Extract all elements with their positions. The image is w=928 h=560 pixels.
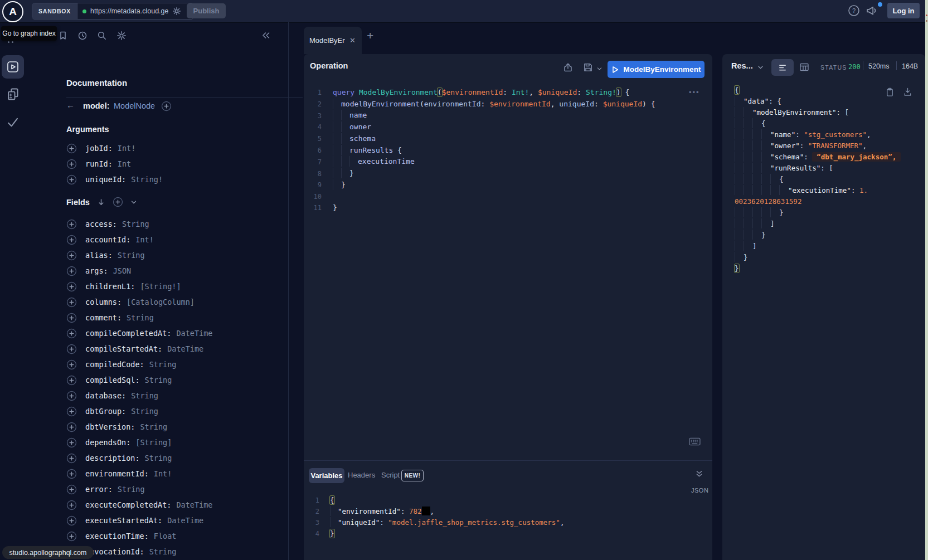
table-view-icon[interactable] xyxy=(799,62,809,72)
field-type-link[interactable]: String xyxy=(122,220,149,228)
field-type-link[interactable]: Int! xyxy=(118,144,136,153)
close-tab-icon[interactable]: ✕ xyxy=(349,37,356,44)
add-to-query-button[interactable] xyxy=(66,219,77,230)
tab-headers[interactable]: Headers xyxy=(348,471,375,479)
field-type-link[interactable]: JSON xyxy=(113,266,132,275)
field-name[interactable]: jobId: xyxy=(85,144,113,153)
response-title[interactable]: Res... xyxy=(731,61,753,70)
add-to-query-button[interactable] xyxy=(66,437,77,448)
add-to-query-button[interactable] xyxy=(66,235,77,245)
field-name[interactable]: executeStartedAt: xyxy=(85,516,162,525)
field-type-link[interactable]: Int xyxy=(118,159,131,168)
field-name[interactable]: comment: xyxy=(85,313,122,322)
field-name[interactable]: dbtVersion: xyxy=(85,422,135,431)
publish-button[interactable]: Publish xyxy=(187,3,226,18)
endpoint-url-field[interactable]: https://metadata.cloud.get xyxy=(77,3,193,19)
add-to-query-button[interactable] xyxy=(66,391,77,401)
sidebar-item-schema[interactable] xyxy=(7,87,20,101)
field-name[interactable]: compileCompletedAt: xyxy=(85,329,171,338)
connection-settings-gear-icon[interactable] xyxy=(172,7,181,16)
tab-operation[interactable]: ModelByEnvi... ✕ xyxy=(304,27,362,54)
response-raw-view-toggle[interactable] xyxy=(771,59,794,76)
field-type-link[interactable]: [String] xyxy=(135,438,172,447)
add-to-query-button[interactable] xyxy=(66,500,77,510)
field-name[interactable]: accountId: xyxy=(85,235,130,244)
field-type-link[interactable]: Float xyxy=(154,532,177,540)
field-type-link[interactable]: DateTime xyxy=(176,329,212,338)
help-icon[interactable]: ? xyxy=(847,4,861,17)
field-name[interactable]: dependsOn: xyxy=(85,438,130,447)
run-operation-button[interactable]: ModelByEnvironment xyxy=(608,61,704,78)
add-to-query-button[interactable] xyxy=(66,250,77,261)
field-name[interactable]: compiledCode: xyxy=(85,360,144,369)
collapse-variables-chevrons-icon[interactable] xyxy=(694,470,704,478)
save-icon[interactable] xyxy=(583,62,593,72)
add-to-query-button[interactable] xyxy=(66,328,77,339)
field-name[interactable]: description: xyxy=(85,454,140,462)
announcements-megaphone-icon[interactable] xyxy=(866,4,879,17)
sidebar-item-explorer[interactable] xyxy=(2,55,24,79)
add-to-query-button[interactable] xyxy=(66,469,77,479)
field-type-link[interactable]: Int! xyxy=(135,235,154,244)
add-to-query-button[interactable] xyxy=(66,266,77,276)
field-type-link[interactable]: DateTime xyxy=(167,344,203,353)
field-name[interactable]: executeCompletedAt: xyxy=(85,500,171,509)
graphql-editor[interactable]: 1query ModelByEnvironment($environmentId… xyxy=(304,87,705,214)
add-to-query-button[interactable] xyxy=(66,422,77,432)
field-name[interactable]: compileStartedAt: xyxy=(85,344,162,353)
field-type-link[interactable]: String xyxy=(118,251,145,260)
field-name[interactable]: childrenL1: xyxy=(85,282,135,291)
sort-arrow-down-icon[interactable] xyxy=(97,198,105,207)
add-to-query-button[interactable] xyxy=(66,174,77,185)
graph-index-icon[interactable] xyxy=(8,41,13,43)
field-name[interactable]: dbtGroup: xyxy=(85,407,126,416)
field-type-link[interactable]: String xyxy=(140,422,167,431)
add-to-query-button[interactable] xyxy=(66,281,77,292)
apollo-logo[interactable]: A xyxy=(2,1,23,22)
field-type-link[interactable]: DateTime xyxy=(167,516,203,525)
field-type-link[interactable]: String xyxy=(145,376,172,384)
field-name[interactable]: database: xyxy=(85,391,126,400)
field-type-link[interactable]: String xyxy=(149,547,177,556)
tab-variables[interactable]: Variables xyxy=(309,468,344,483)
sidebar-item-checks[interactable] xyxy=(7,116,19,128)
field-type-link[interactable]: String xyxy=(127,313,154,322)
save-menu-chevron-icon[interactable] xyxy=(596,66,603,72)
field-type-link[interactable]: DateTime xyxy=(176,500,212,509)
share-icon[interactable] xyxy=(563,62,573,72)
chevron-down-icon[interactable] xyxy=(130,199,137,206)
add-to-query-button[interactable] xyxy=(66,344,77,354)
field-type-link[interactable]: [CatalogColumn] xyxy=(127,298,195,306)
response-dropdown-chevron-icon[interactable] xyxy=(757,64,764,71)
field-name[interactable]: args: xyxy=(85,266,108,275)
endpoint-url[interactable]: https://metadata.cloud.get xyxy=(90,7,168,15)
response-json-viewer[interactable]: {"data": {"modelByEnvironment": [{"name"… xyxy=(735,85,921,274)
tab-script[interactable]: Script xyxy=(381,471,400,479)
keyboard-shortcuts-icon[interactable] xyxy=(689,437,701,446)
add-to-query-button[interactable] xyxy=(66,297,77,308)
field-type-link[interactable]: String xyxy=(145,454,172,462)
variables-editor[interactable]: 1{2"environmentId": 782,3"uniqueId": "mo… xyxy=(304,495,705,539)
add-to-query-button[interactable] xyxy=(66,359,77,370)
field-type-link[interactable]: String! xyxy=(131,175,163,184)
add-fields-button[interactable] xyxy=(113,197,123,207)
add-to-query-button[interactable] xyxy=(66,375,77,386)
field-type-link[interactable]: String xyxy=(131,407,158,416)
add-to-query-button[interactable] xyxy=(66,159,77,169)
field-name[interactable]: environmentId: xyxy=(85,469,149,478)
field-name[interactable]: runId: xyxy=(85,159,113,168)
field-name[interactable]: access: xyxy=(85,220,117,228)
field-name[interactable]: error: xyxy=(85,485,113,494)
add-all-fields-button[interactable] xyxy=(161,101,172,111)
add-to-query-button[interactable] xyxy=(66,484,77,495)
field-name[interactable]: invocationId: xyxy=(85,547,144,556)
field-name[interactable]: alias: xyxy=(85,251,113,260)
field-type-link[interactable]: String xyxy=(149,360,177,369)
field-type-link[interactable]: String xyxy=(131,391,158,400)
field-type-link[interactable]: Int! xyxy=(154,469,172,478)
new-tab-button[interactable]: + xyxy=(367,29,373,42)
breadcrumb-type-link[interactable]: ModelNode xyxy=(114,101,155,110)
login-button[interactable]: Log in xyxy=(887,3,920,18)
add-to-query-button[interactable] xyxy=(66,515,77,526)
field-type-link[interactable]: [String!] xyxy=(140,282,181,291)
